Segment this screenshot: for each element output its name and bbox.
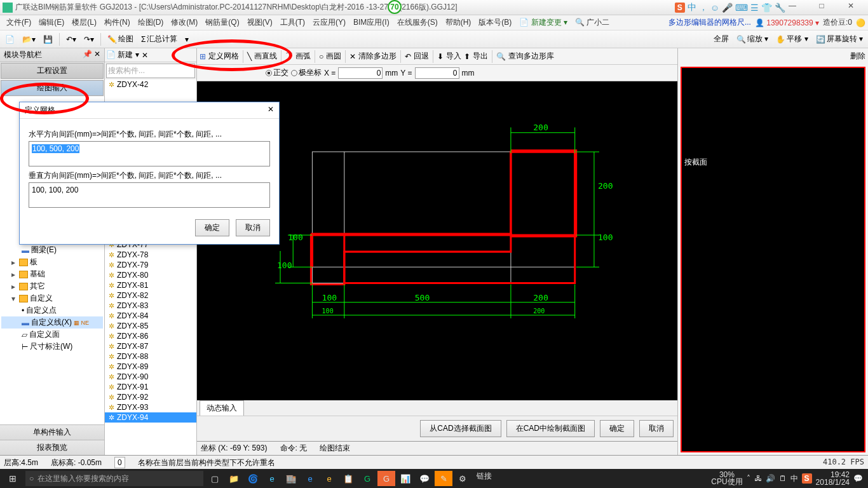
list-item[interactable]: ✲ZDYX-85 [105, 321, 196, 331]
grid-icon[interactable]: ⊞ [200, 52, 206, 61]
draw-line-button[interactable]: 画直线 [254, 51, 277, 62]
import-icon[interactable]: ⬇ [437, 52, 444, 61]
menu-view[interactable]: 视图(V) [243, 17, 276, 28]
ime-tool-icon[interactable]: 🔧 [775, 3, 785, 13]
new-change-button[interactable]: 📄 新建变更 ▾ [515, 17, 571, 28]
tray-clock[interactable]: 19:422018/1/24 [816, 471, 850, 486]
list-item[interactable]: ✲ZDYX-93 [105, 402, 196, 412]
rotate-button[interactable]: 🔄 屏幕旋转 ▾ [813, 34, 865, 44]
task-icon[interactable]: 🏬 [282, 471, 300, 486]
x-input[interactable] [338, 67, 383, 79]
user-search[interactable]: 🔍 广小二 [571, 17, 613, 28]
menu-component[interactable]: 构件(N) [100, 17, 134, 28]
ime-skin-icon[interactable]: 👕 [761, 3, 772, 13]
list-item[interactable]: ✲ZDYX-79 [105, 260, 196, 270]
export-button[interactable]: 导出 [473, 51, 488, 62]
tray-s-icon[interactable]: S [802, 473, 812, 484]
tray-icon[interactable]: 🗒 [779, 474, 787, 483]
ime-face-icon[interactable]: ☺ [710, 3, 719, 13]
task-icon[interactable]: 🌀 [244, 471, 262, 486]
list-item[interactable]: ✲ZDYX-89 [105, 362, 196, 372]
sum-button[interactable]: Σ 汇总计算 [139, 34, 180, 44]
dialog-cancel-button[interactable]: 取消 [236, 219, 270, 236]
draw-arc-button[interactable]: 画弧 [295, 51, 311, 62]
menu-rebar[interactable]: 钢筋量(Q) [201, 17, 243, 28]
comp-delete-button[interactable]: ✕ [142, 51, 148, 60]
menu-draw[interactable]: 绘图(D) [134, 17, 168, 28]
nav-header-draw[interactable]: 绘图输入 [1, 80, 104, 96]
pan-button[interactable]: ✋ 平移 ▾ [773, 34, 810, 44]
menu-bim[interactable]: BIM应用(I) [349, 17, 393, 28]
comp-new-button[interactable]: 📄 新建 ▾ [106, 50, 139, 60]
draw-button[interactable]: ✏️ 绘图 [105, 34, 136, 44]
task-icon[interactable]: 📋 [339, 471, 357, 486]
tree-item[interactable]: ▸板 [1, 256, 103, 268]
query-icon[interactable]: 🔍 [496, 52, 506, 61]
ortho-radio[interactable]: 正交 [266, 67, 288, 78]
fullscreen-button[interactable]: 全屏 [711, 34, 731, 44]
new-file-button[interactable]: 📄 [3, 35, 17, 44]
menu-help[interactable]: 帮助(H) [442, 17, 475, 28]
cancel-button[interactable]: 取消 [639, 420, 674, 437]
comp-search-input[interactable]: 搜索构件... [106, 64, 195, 78]
task-icon[interactable]: e [263, 471, 281, 486]
v-spacing-input[interactable]: 100, 100, 200 [29, 182, 270, 208]
tree-item[interactable]: ▾自定义 [1, 292, 103, 304]
list-item[interactable]: ✲ZDYX-84 [105, 311, 196, 321]
ime-menu-icon[interactable]: ☰ [750, 3, 759, 13]
menu-tools[interactable]: 工具(T) [276, 17, 309, 28]
ime-kbd-icon[interactable]: ⌨ [735, 3, 748, 13]
nav-single-input[interactable]: 单构件输入 [0, 424, 104, 440]
list-item[interactable]: ✲ZDYX-90 [105, 372, 196, 382]
save-button[interactable]: 💾 [41, 35, 55, 44]
dialog-close-button[interactable]: ✕ [268, 105, 274, 116]
h-spacing-input[interactable]: 100, 500, 200 [29, 141, 270, 166]
tray-icon[interactable]: 🖧 [754, 474, 762, 483]
list-item[interactable]: ✲ZDYX-42 [105, 79, 196, 90]
menu-cloud[interactable]: 云应用(Y) [309, 17, 349, 28]
maximize-button[interactable]: □ [807, 1, 836, 14]
task-icon[interactable]: 💬 [416, 471, 433, 486]
zoom-button[interactable]: 🔍 缩放 ▾ [734, 34, 771, 44]
task-icon[interactable]: e [301, 471, 319, 486]
tree-item[interactable]: ⊢尺寸标注(W) [1, 341, 103, 353]
nav-report[interactable]: 报表预览 [0, 440, 104, 455]
task-icon[interactable]: ✎ [435, 471, 452, 486]
open-file-button[interactable]: 📂▾ [20, 35, 38, 44]
tree-item[interactable]: ▱自定义面 [1, 329, 103, 341]
taskbar-search[interactable]: ○ 在这里输入你要搜索的内容 [25, 471, 203, 486]
tray-ime[interactable]: 中 [790, 473, 798, 484]
task-icon[interactable]: ⚙ [454, 471, 471, 486]
y-input[interactable] [415, 67, 459, 79]
circle-icon[interactable]: ○ [319, 52, 323, 61]
from-cad-button[interactable]: 从CAD选择截面图 [420, 420, 501, 437]
list-item[interactable]: ✲ZDYX-83 [105, 301, 196, 311]
nav-header-engineering[interactable]: 工程设置 [1, 63, 104, 79]
ime-cn[interactable]: 中 [688, 2, 696, 13]
undo-button[interactable]: ↶▾ [64, 35, 79, 44]
close-button[interactable]: ✕ [836, 1, 865, 14]
dynamic-input-tab[interactable]: 动态输入 [200, 400, 244, 416]
list-item[interactable]: ✲ZDYX-82 [105, 290, 196, 301]
draw-circle-button[interactable]: 画圆 [326, 51, 341, 62]
list-item[interactable]: ✲ZDYX-80 [105, 270, 196, 280]
right-delete[interactable]: 删除 [850, 51, 865, 60]
task-icon[interactable]: G [358, 471, 376, 486]
define-grid-button[interactable]: 定义网格 [208, 51, 239, 62]
list-item[interactable]: ✲ZDYX-91 [105, 382, 196, 392]
task-icon[interactable]: 📁 [225, 471, 243, 486]
task-icon[interactable]: G [377, 471, 395, 486]
dialog-ok-button[interactable]: 确定 [195, 219, 229, 236]
tree-item[interactable]: ▬圈梁(E) [1, 244, 103, 256]
task-icon[interactable]: ▢ [206, 471, 224, 486]
menu-modify[interactable]: 修改(M) [167, 17, 201, 28]
undo-poly-button[interactable]: 回退 [414, 51, 429, 62]
ok-button[interactable]: 确定 [600, 420, 634, 437]
menu-version[interactable]: 版本号(B) [475, 17, 515, 28]
user-phone[interactable]: 👤 13907298339 ▾ [755, 18, 819, 27]
menu-edit[interactable]: 编辑(E) [35, 17, 68, 28]
tree-item[interactable]: ▸基础 [1, 268, 103, 280]
clear-poly-button[interactable]: 清除多边形 [358, 51, 397, 62]
polar-radio[interactable]: 极坐标 [291, 67, 322, 78]
redo-button[interactable]: ↷▾ [81, 35, 97, 44]
